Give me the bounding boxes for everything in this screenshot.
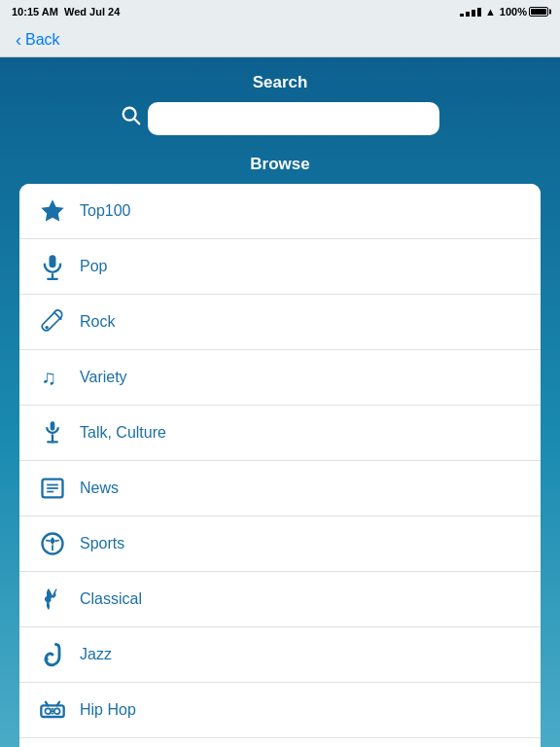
browse-item-label: Jazz [80,646,112,663]
status-bar: 10:15 AM Wed Jul 24 ▲ 100% [0,0,560,23]
saxophone-icon [35,637,70,672]
browse-item-label: Pop [80,258,107,275]
browse-item-sports[interactable]: Sports [19,516,541,572]
browse-list: Top100PopRock♫VarietyTalk, CultureNewsSp… [19,184,541,747]
content-area: Search Browse Top100PopRock♫VarietyTalk,… [0,57,560,747]
browse-item-label: Variety [80,369,127,386]
browse-item-label: Classical [80,590,142,608]
back-button[interactable]: ‹ Back [16,31,60,49]
svg-point-24 [45,708,51,714]
svg-line-7 [54,313,61,320]
battery-icon: 100% [500,6,548,18]
newspaper-icon [35,471,70,506]
search-title: Search [19,73,541,92]
svg-point-21 [51,597,54,601]
svg-text:♫: ♫ [41,366,56,388]
status-time: 10:15 AM Wed Jul 24 [12,6,120,18]
svg-point-25 [54,708,60,714]
browse-item-news[interactable]: News [19,461,541,516]
svg-point-22 [47,658,49,660]
microphone-icon [35,249,70,284]
browse-item-classical[interactable]: Classical [19,572,541,627]
guitar-icon [35,304,70,339]
browse-item-label: Sports [80,535,124,552]
music-notes-icon: ♫ [35,360,70,395]
soccer-icon [35,526,70,561]
browse-item-hip-hop[interactable]: Hip Hop [19,683,541,738]
svg-marker-2 [41,199,63,221]
browse-item-talk-culture[interactable]: Talk, Culture [19,406,541,461]
browse-item-pop[interactable]: Pop [19,239,541,295]
browse-item-label: News [80,480,119,497]
browse-item-rnb[interactable]: R&B [19,738,541,747]
browse-item-rock[interactable]: Rock [19,295,541,350]
signal-icon [460,8,481,17]
browse-item-variety[interactable]: ♫Variety [19,350,541,406]
back-label: Back [25,31,60,49]
search-input[interactable] [148,102,439,135]
svg-point-6 [45,326,49,330]
wifi-icon: ▲ [485,6,496,18]
search-icon [121,105,142,132]
browse-item-label: Top100 [80,202,131,220]
browse-item-label: Hip Hop [80,701,136,719]
back-chevron-icon: ‹ [16,31,21,49]
browse-title: Browse [19,155,541,174]
svg-line-20 [55,541,59,542]
browse-item-label: Talk, Culture [80,424,166,442]
browse-item-jazz[interactable]: Jazz [19,627,541,683]
status-right: ▲ 100% [460,6,548,18]
svg-marker-17 [50,537,55,545]
svg-line-1 [134,119,139,124]
browse-item-label: Rock [80,313,115,331]
browse-item-top100[interactable]: Top100 [19,184,541,239]
boombox-icon [35,693,70,728]
svg-line-19 [46,541,50,542]
search-bar [19,102,541,135]
violin-icon [35,582,70,617]
star-icon [35,194,70,229]
svg-rect-9 [51,421,55,430]
microphone-stand-icon [35,415,70,450]
svg-rect-3 [50,255,56,267]
nav-bar: ‹ Back [0,23,560,57]
